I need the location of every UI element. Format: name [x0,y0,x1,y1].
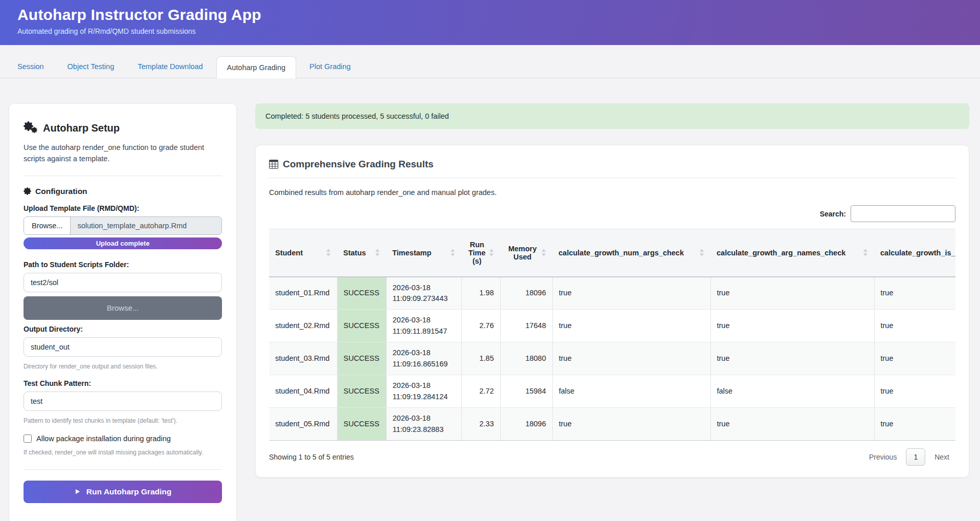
showing-entries-text: Showing 1 to 5 of 5 entries [269,453,354,461]
tab-template-download[interactable]: Template Download [127,56,213,78]
app-header: Autoharp Instructor Grading App Automate… [0,0,980,45]
play-icon [74,488,81,495]
table-row: student_05.RmdSUCCESS2026-03-18 11:09:23… [269,408,955,441]
divider [24,469,222,470]
cell-ts: 2026-03-18 11:09:23.82883 [386,408,461,441]
table-icon [269,160,278,169]
tab-plot-grading[interactable]: Plot Grading [299,56,361,78]
cell-ts: 2026-03-18 11:09:09.273443 [386,277,461,310]
scripts-folder-input[interactable] [24,273,222,292]
cell-student: student_04.Rmd [269,375,337,408]
column-header-status[interactable]: Status [337,229,386,277]
cell-check: false [710,375,874,408]
sort-icon [451,249,455,256]
cell-check: true [552,277,710,310]
results-subtitle: Combined results from autoharp render_on… [269,188,955,197]
sort-icon [863,249,868,256]
cell-check: true [710,277,874,310]
cell-check: true [710,408,874,441]
cell-status: SUCCESS [337,310,386,342]
cell-num: 1.85 [461,342,500,375]
search-input[interactable] [851,205,955,222]
page-title: Autoharp Instructor Grading App [17,6,980,24]
column-header-student[interactable]: Student [269,229,337,277]
cell-check: false [552,375,710,408]
results-table: Student Status Timestamp Run Time (s) Me… [269,229,955,441]
sort-icon [489,249,494,256]
sort-icon [542,249,546,256]
cell-student: student_02.Rmd [269,310,337,342]
output-directory-input[interactable] [24,337,222,357]
previous-page-button[interactable]: Previous [863,449,903,465]
table-row: student_04.RmdSUCCESS2026-03-18 11:09:19… [269,375,955,408]
output-directory-help: Directory for render_one output and sess… [24,362,222,371]
folder-browse-button[interactable]: Browse... [24,296,222,320]
column-header-num-args-check[interactable]: calculate_growth_num_args_check [552,229,710,277]
allow-packages-help: If checked, render_one will install miss… [24,448,222,457]
search-label: Search: [820,210,846,218]
output-directory-label: Output Directory: [24,325,222,333]
allow-packages-row: Allow package installation during gradin… [24,435,222,443]
cell-num: 17648 [500,310,552,342]
content-area: Autoharp Setup Use the autoharp render_o… [0,78,980,521]
sort-icon [326,249,331,256]
table-footer: Showing 1 to 5 of 5 entries Previous 1 N… [269,448,955,466]
tab-object-testing[interactable]: Object Testing [57,56,125,78]
table-row: student_02.RmdSUCCESS2026-03-18 11:09:11… [269,310,955,342]
results-heading-label: Comprehensive Grading Results [283,159,434,170]
page-subtitle: Automated grading of R/Rmd/QMD student s… [17,27,980,35]
gear-icon [24,187,31,195]
cell-ts: 2026-03-18 11:09:11.891547 [386,310,461,342]
column-header-is-check[interactable]: calculate_growth_is_ [874,229,955,277]
column-header-arg-names-check[interactable]: calculate_growth_arg_names_check [710,229,874,277]
cell-check: true [874,277,955,310]
upload-progress-bar: Upload complete [24,237,222,249]
cell-num: 2.72 [461,375,500,408]
cell-status: SUCCESS [337,342,386,375]
setup-heading-label: Autoharp Setup [43,122,120,134]
template-browse-button[interactable]: Browse... [24,217,71,234]
configuration-heading-label: Configuration [35,187,87,196]
sort-icon [375,249,380,256]
next-page-button[interactable]: Next [928,449,955,465]
page-number-button[interactable]: 1 [906,448,925,466]
test-chunk-help: Pattern to identify test chunks in templ… [24,416,222,425]
status-banner: Completed: 5 students processed, 5 succe… [255,103,969,129]
cell-ts: 2026-03-18 11:09:16.865169 [386,342,461,375]
divider [269,178,955,178]
cell-check: true [874,310,955,342]
cell-status: SUCCESS [337,408,386,441]
test-chunk-input[interactable] [24,392,222,411]
setup-heading: Autoharp Setup [24,121,222,135]
allow-packages-label: Allow package installation during gradin… [36,435,171,443]
cell-num: 18080 [500,342,552,375]
allow-packages-checkbox[interactable] [24,435,32,443]
cell-check: true [710,310,874,342]
cell-num: 15984 [500,375,552,408]
run-autoharp-grading-button[interactable]: Run Autoharp Grading [24,481,222,503]
cell-check: true [552,408,710,441]
cell-student: student_05.Rmd [269,408,337,441]
column-header-run-time[interactable]: Run Time (s) [461,229,500,277]
search-row: Search: [269,205,955,222]
template-file-input: Browse... solution_template_autoharp.Rmd [24,216,222,235]
tab-session[interactable]: Session [7,56,54,78]
results-table-wrap: Student Status Timestamp Run Time (s) Me… [269,229,955,441]
column-header-timestamp[interactable]: Timestamp [386,229,461,277]
test-chunk-label: Test Chunk Pattern: [24,379,222,387]
setup-description: Use the autoharp render_one function to … [24,142,222,165]
run-button-label: Run Autoharp Grading [86,487,171,496]
scripts-folder-label: Path to Student Scripts Folder: [24,260,222,269]
tab-autoharp-grading[interactable]: Autoharp Grading [216,56,296,78]
cell-num: 2.76 [461,310,500,342]
cell-check: true [552,310,710,342]
autoharp-setup-panel: Autoharp Setup Use the autoharp render_o… [9,103,237,521]
cell-check: true [874,342,955,375]
cell-num: 18096 [500,408,552,441]
cell-student: student_01.Rmd [269,277,337,310]
divider [24,176,222,176]
upload-template-label: Upload Template File (RMD/QMD): [24,204,222,212]
column-header-memory-used[interactable]: Memory Used [500,229,552,277]
cell-status: SUCCESS [337,375,386,408]
table-row: student_03.RmdSUCCESS2026-03-18 11:09:16… [269,342,955,375]
